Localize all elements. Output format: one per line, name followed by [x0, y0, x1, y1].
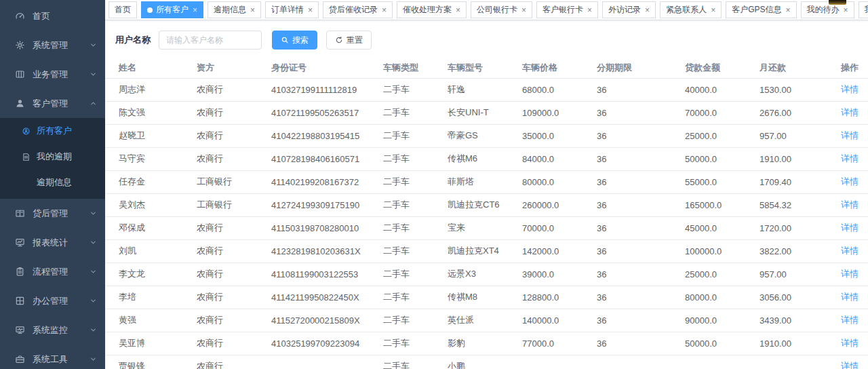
cell-funder: 农商行: [197, 124, 271, 147]
tab-my-process[interactable]: 我的流程×: [859, 1, 868, 18]
cell-vehicle-price: 128800.0: [522, 286, 597, 309]
tab-label: 紧急联系人: [666, 4, 707, 16]
table-row-partial: 贾银锋农商行二手车小鹏详情: [105, 355, 868, 369]
tab-order-detail[interactable]: 订单详情×: [265, 1, 319, 18]
detail-link[interactable]: 详情: [841, 130, 859, 140]
close-icon[interactable]: ×: [587, 7, 592, 14]
detail-link[interactable]: 详情: [841, 338, 859, 348]
cell-name: 吴刘杰: [105, 193, 197, 216]
close-icon[interactable]: ×: [785, 7, 790, 14]
cell-id-number: 411081199003122553: [271, 263, 383, 286]
tab-label: 所有客户: [156, 4, 189, 16]
cell-funder: 农商行: [197, 78, 271, 101]
cell-funder: 农商行: [197, 332, 271, 355]
cell-monthly-payment: 5854.32: [760, 193, 834, 216]
tab-all-customers[interactable]: 所有客户×: [141, 1, 203, 18]
cell-loan-amount: [685, 355, 760, 369]
cell-actions: 详情: [834, 263, 868, 286]
gear-icon: [15, 40, 25, 50]
sidebar: 首页系统管理业务管理客户管理所有客户我的逾期逾期信息贷后管理报表统计流程管理办公…: [0, 0, 105, 369]
detail-link[interactable]: 详情: [841, 292, 859, 302]
sidebar-item-overdue-info[interactable]: 逾期信息: [0, 170, 105, 195]
sidebar-item-office-mgmt[interactable]: 办公管理: [0, 286, 105, 315]
sidebar-item-customer-mgmt[interactable]: 客户管理: [0, 89, 105, 118]
column-header-actions: 操作: [834, 58, 868, 78]
sidebar-item-label: 首页: [33, 10, 97, 22]
detail-link[interactable]: 详情: [841, 199, 859, 210]
sidebar-item-home[interactable]: 首页: [0, 1, 105, 31]
sidebar-item-system-mgmt[interactable]: 系统管理: [0, 31, 105, 60]
tab-home[interactable]: 首页: [108, 1, 137, 18]
tab-label: 我的待办: [807, 4, 840, 16]
close-icon[interactable]: ×: [456, 7, 460, 14]
cell-vehicle-price: 109000.0: [522, 101, 597, 124]
cell-vehicle-price: 260000.0: [522, 193, 597, 216]
sidebar-item-report-stats[interactable]: 报表统计: [0, 228, 105, 257]
cell-monthly-payment: 2676.00: [760, 101, 834, 124]
close-icon[interactable]: ×: [308, 7, 313, 14]
main-area: 首页所有客户×逾期信息×订单详情×贷后催收记录×催收处理方案×公司银行卡×客户银…: [105, 0, 868, 369]
cell-loan-amount: 100000.0: [685, 239, 760, 263]
cell-installment-term: 36: [597, 239, 685, 263]
table-row: 吴亚博农商行410325199709223094二手车影豹77000.03650…: [105, 332, 868, 355]
cell-monthly-payment: 3439.00: [760, 309, 834, 332]
sidebar-item-all-customers[interactable]: 所有客户: [0, 118, 105, 144]
tab-emergency-contacts[interactable]: 紧急联系人×: [660, 1, 722, 18]
cell-id-number: 410327199111112819: [271, 78, 383, 101]
tab-customer-bank-card[interactable]: 客户银行卡×: [536, 1, 598, 18]
customer-name-input[interactable]: [159, 31, 262, 50]
close-icon[interactable]: ×: [382, 7, 387, 14]
sidebar-item-label: 所有客户: [37, 125, 97, 137]
detail-link[interactable]: 详情: [841, 176, 859, 187]
tab-collection-records[interactable]: 贷后催收记录×: [323, 1, 393, 18]
close-icon[interactable]: ×: [711, 7, 715, 14]
cell-vehicle-price: 84000.0: [522, 147, 597, 170]
cell-name: 任存金: [105, 170, 197, 193]
tab-label: 我的流程: [865, 4, 868, 16]
detail-link[interactable]: 详情: [841, 153, 859, 163]
close-icon[interactable]: ×: [250, 7, 255, 14]
cell-vehicle-type: 二手车: [383, 78, 448, 101]
detail-link[interactable]: 详情: [841, 269, 859, 279]
detail-link[interactable]: 详情: [841, 315, 859, 325]
sidebar-item-loan-mgmt[interactable]: 贷后管理: [0, 199, 105, 228]
detail-link[interactable]: 详情: [841, 246, 859, 256]
reset-button[interactable]: 重置: [326, 31, 372, 50]
detail-link[interactable]: 详情: [841, 107, 859, 117]
search-button[interactable]: 搜索: [272, 31, 317, 50]
detail-link[interactable]: 详情: [841, 222, 859, 233]
top-right-artifact: [829, 0, 846, 5]
sidebar-item-system-tools[interactable]: 系统工具: [0, 345, 105, 369]
cell-vehicle-model: 传祺M8: [448, 286, 522, 309]
tab-overdue-info[interactable]: 逾期信息×: [208, 1, 261, 18]
cell-loan-amount: 55000.0: [685, 170, 760, 193]
sidebar-item-process-mgmt[interactable]: 流程管理: [0, 257, 105, 286]
tab-label: 贷后催收记录: [329, 4, 378, 16]
detail-link[interactable]: 详情: [841, 361, 859, 369]
cell-installment-term: 36: [597, 309, 685, 332]
tab-collection-plan[interactable]: 催收处理方案×: [397, 1, 467, 18]
submenu-customer-mgmt: 所有客户我的逾期逾期信息: [0, 118, 105, 199]
tab-visit-records[interactable]: 外访记录×: [602, 1, 656, 18]
close-icon[interactable]: ×: [844, 7, 848, 14]
sidebar-item-system-monitor[interactable]: 系统监控: [0, 315, 105, 345]
detail-link[interactable]: 详情: [841, 84, 859, 94]
close-icon[interactable]: ×: [521, 7, 526, 14]
column-header-funder: 资方: [197, 58, 271, 78]
tab-company-bank-card[interactable]: 公司银行卡×: [471, 1, 532, 18]
cell-funder: 工商银行: [197, 193, 271, 216]
cell-actions: 详情: [834, 193, 868, 216]
cell-installment-term: 36: [597, 78, 685, 101]
table-row: 黄强农商行41152720000215809X二手车英仕派140000.0369…: [105, 309, 868, 332]
cell-vehicle-type: 二手车: [383, 263, 448, 286]
close-icon[interactable]: ×: [645, 7, 650, 14]
cell-actions: 详情: [834, 332, 868, 355]
sidebar-item-business-mgmt[interactable]: 业务管理: [0, 60, 105, 89]
cell-vehicle-model: 凯迪拉克CT6: [448, 193, 522, 216]
close-icon[interactable]: ×: [193, 7, 197, 14]
cell-vehicle-price: 142000.0: [522, 239, 597, 263]
cell-id-number: [271, 355, 383, 369]
sidebar-item-my-overdue[interactable]: 我的逾期: [0, 144, 105, 170]
tab-customer-gps[interactable]: 客户GPS信息×: [726, 1, 796, 18]
office-grid-icon: [15, 296, 25, 306]
